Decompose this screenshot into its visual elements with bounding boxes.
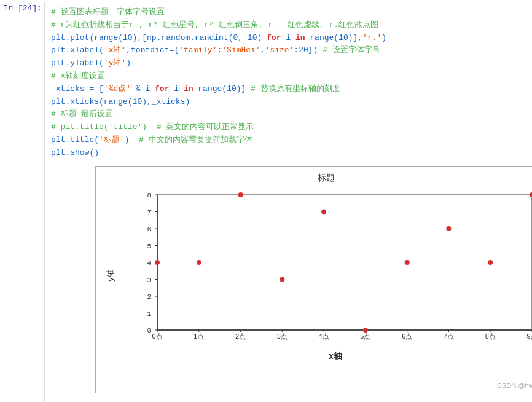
svg-point-48: [446, 226, 451, 231]
svg-text:1: 1: [147, 310, 151, 317]
code-line: _xticks = ['%d点' % i for i in range(10)]…: [51, 83, 532, 96]
code-line: # r为红色折线相当于r-, r* 红色星号, r^ 红色倒三角, r-- 红色…: [51, 19, 532, 32]
svg-point-45: [321, 209, 326, 214]
plot-container: 标题 y轴 0 1: [95, 166, 532, 393]
svg-text:8点: 8点: [485, 333, 496, 340]
code-line: # plt.title('title') # 英文的内容可以正常显示: [51, 121, 532, 134]
svg-point-42: [197, 260, 201, 265]
code-line: plt.xticks(range(10),_xticks): [51, 96, 532, 109]
svg-point-43: [238, 192, 243, 197]
svg-point-41: [155, 260, 160, 265]
plot-title: 标题: [102, 173, 532, 184]
code-line: plt.plot(range(10),[np.random.randint(0,…: [51, 32, 532, 45]
svg-text:5点: 5点: [360, 333, 370, 340]
svg-point-44: [280, 277, 284, 282]
plot-area: y轴 0 1 2: [127, 189, 532, 362]
svg-text:8: 8: [147, 192, 151, 199]
cell-content: # 设置图表标题、字体字号设置# r为红色折线相当于r-, r* 红色星号, r…: [44, 2, 532, 402]
svg-text:0点: 0点: [152, 333, 162, 340]
svg-text:3: 3: [147, 276, 151, 283]
svg-point-47: [405, 260, 410, 265]
code-line: plt.xlabel('x轴',fontdict={'family':'SimH…: [51, 44, 532, 57]
code-line: # 设置图表标题、字体字号设置: [51, 6, 532, 19]
y-axis-label: y轴: [105, 269, 116, 282]
svg-text:6点: 6点: [402, 333, 412, 340]
svg-text:7点: 7点: [444, 333, 454, 340]
code-line: # 标题 最后设置: [51, 108, 532, 121]
svg-text:1点: 1点: [194, 333, 204, 340]
svg-rect-0: [157, 195, 532, 330]
code-line: plt.show(): [51, 147, 532, 160]
code-line: plt.title('标题') # 中文的内容需要提前加载字体: [51, 134, 532, 147]
svg-text:6: 6: [147, 226, 151, 233]
plot-svg: 0 1 2 3 4 5 6 7 8: [127, 189, 532, 349]
code-block: # 设置图表标题、字体字号设置# r为红色折线相当于r-, r* 红色星号, r…: [51, 6, 532, 160]
notebook-cell: In [24]: # 设置图表标题、字体字号设置# r为红色折线相当于r-, r…: [0, 0, 532, 402]
x-axis-label: x轴: [127, 351, 532, 362]
svg-text:5: 5: [147, 242, 151, 250]
svg-text:2点: 2点: [235, 333, 246, 340]
svg-text:4点: 4点: [319, 333, 329, 340]
svg-text:7: 7: [147, 208, 151, 216]
code-line: plt.ylabel('y轴'): [51, 57, 532, 70]
svg-point-46: [363, 328, 368, 333]
svg-text:3点: 3点: [277, 333, 288, 340]
svg-text:4: 4: [147, 259, 151, 267]
svg-text:0: 0: [147, 327, 151, 334]
svg-point-49: [488, 260, 493, 265]
svg-text:2: 2: [147, 293, 151, 301]
svg-text:9点: 9点: [526, 333, 532, 340]
watermark: CSDN @hwwaizs: [497, 382, 532, 389]
code-line: # x轴刻度设置: [51, 70, 532, 83]
cell-label: In [24]:: [0, 2, 44, 402]
